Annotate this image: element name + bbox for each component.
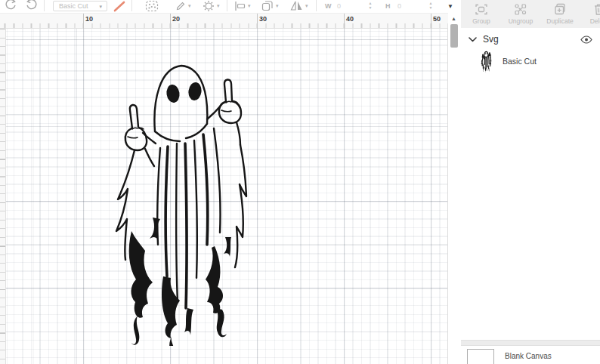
chevron-down-icon[interactable]	[469, 37, 477, 42]
width-field-value[interactable]: 0	[337, 2, 341, 10]
ghost-artwork[interactable]	[112, 59, 251, 346]
redo-icon[interactable]	[26, 0, 38, 11]
vertical-ruler	[0, 29, 6, 364]
width-stepper[interactable]: ▲ ▼	[367, 1, 373, 11]
align-icon[interactable]	[234, 1, 246, 11]
panel-divider	[461, 340, 600, 346]
linetype-dropdown[interactable]: Basic Cut ▾	[53, 1, 107, 11]
toolbar-overflow-caret[interactable]: ▼	[447, 3, 453, 10]
layers-panel-actions: Group Ungroup	[461, 0, 600, 28]
flip-icon[interactable]	[290, 0, 303, 11]
layer-group-label: Svg	[483, 34, 499, 45]
stepper-down-icon[interactable]: ▼	[367, 5, 373, 10]
ruler-label: 50	[431, 15, 441, 23]
height-field-value[interactable]: 0	[397, 2, 401, 10]
blank-canvas-swatch[interactable]	[467, 349, 494, 364]
ungroup-button[interactable]: Ungroup	[502, 0, 540, 28]
chevron-down-icon[interactable]: ▾	[248, 3, 251, 9]
duplicate-button-label: Duplicate	[546, 17, 573, 25]
pattern-select-icon[interactable]	[145, 0, 159, 12]
blank-canvas-row[interactable]: Blank Canvas	[461, 346, 600, 364]
delete-trash-icon	[592, 3, 600, 16]
width-field-label: W	[325, 2, 332, 10]
duplicate-button[interactable]: Duplicate	[541, 0, 579, 28]
scroll-up-icon[interactable]: ▲	[451, 16, 456, 21]
delete-button-label: Delete	[590, 17, 600, 25]
height-field-label: H	[385, 2, 391, 10]
edit-toolbar: Basic Cut ▾ ▾ ▾	[0, 0, 461, 13]
linetype-value: Basic Cut	[59, 2, 88, 11]
ruler-label: 10	[83, 15, 93, 23]
ruler-label: 20	[170, 15, 180, 23]
arrange-icon[interactable]	[261, 0, 274, 12]
horizontal-ruler: 10 20 30 40 50	[0, 13, 461, 29]
duplicate-icon	[553, 3, 567, 16]
chevron-down-icon[interactable]: ▾	[305, 3, 308, 9]
chevron-down-icon[interactable]: ▾	[217, 3, 220, 9]
chevron-down-icon: ▾	[99, 2, 102, 11]
toolbar-divider	[131, 0, 132, 11]
layer-group-row-svg[interactable]: Svg	[461, 30, 600, 48]
layer-thumbnail-ghost	[481, 51, 492, 72]
stepper-down-icon[interactable]: ▼	[428, 5, 434, 10]
undo-icon[interactable]	[5, 0, 17, 11]
ruler-label: 40	[344, 15, 354, 23]
toolbar-divider	[44, 0, 45, 11]
scrollbar-thumb[interactable]	[450, 24, 458, 48]
group-icon	[475, 3, 488, 16]
layer-label: Basic Cut	[503, 57, 537, 66]
blank-canvas-label: Blank Canvas	[505, 352, 552, 360]
chevron-down-icon[interactable]: ▾	[276, 3, 279, 9]
toolbar-divider	[227, 0, 227, 11]
height-stepper[interactable]: ▲ ▼	[428, 1, 434, 11]
chevron-down-icon[interactable]: ▾	[188, 3, 191, 9]
ungroup-icon	[514, 3, 527, 16]
delete-button[interactable]: Delete	[580, 0, 600, 28]
design-app-window: Basic Cut ▾ ▾ ▾	[0, 0, 600, 364]
canvas-vertical-scrollbar[interactable]: ▲	[448, 13, 461, 364]
visibility-eye-icon[interactable]	[580, 35, 592, 44]
group-button[interactable]: Group	[462, 0, 500, 28]
linetype-color-swatch[interactable]	[113, 1, 125, 12]
design-canvas[interactable]	[6, 29, 448, 364]
edit-pencil-icon[interactable]	[175, 1, 186, 11]
ruler-ticks	[0, 23, 461, 28]
layer-row-basic-cut[interactable]: Basic Cut	[461, 48, 600, 74]
layers-panel: Group Ungroup	[461, 0, 600, 364]
group-button-label: Group	[472, 17, 490, 25]
offset-gear-icon[interactable]	[203, 0, 215, 12]
ruler-label: 30	[257, 15, 267, 23]
toolbar-divider	[316, 0, 317, 11]
ungroup-button-label: Ungroup	[509, 17, 534, 25]
